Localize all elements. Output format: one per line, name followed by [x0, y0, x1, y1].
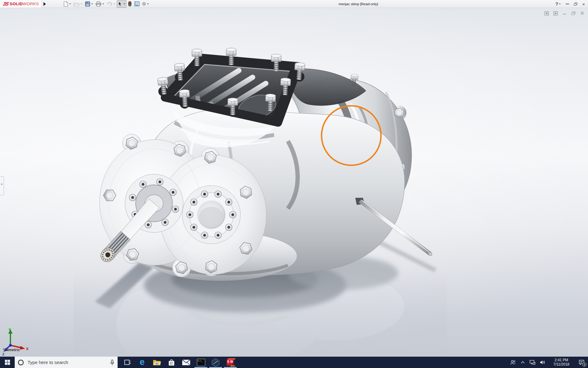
minimize-button[interactable] [566, 0, 569, 8]
help-icon: ? [556, 2, 558, 6]
notification-badge: 3 [582, 362, 586, 367]
document-minimize-button[interactable] [561, 10, 568, 16]
pane-collapse-right-button[interactable] [552, 10, 559, 16]
taskbar-search-box[interactable]: Type here to search [15, 357, 118, 368]
chevron-down-icon [113, 3, 115, 5]
restore-icon [571, 11, 576, 15]
close-icon [580, 11, 584, 15]
network-icon [530, 360, 535, 365]
pane-collapse-right-icon [553, 11, 558, 16]
document-close-button[interactable] [579, 10, 586, 16]
chevron-down-icon [147, 3, 149, 5]
volume-button[interactable] [537, 357, 548, 368]
network-button[interactable] [527, 357, 537, 368]
folder-icon [153, 359, 161, 366]
chevron-down-icon [81, 3, 82, 5]
open-icon [74, 1, 80, 7]
pane-collapse-left-icon [544, 11, 549, 16]
solidworks-year: 2017 [230, 365, 235, 367]
rebuild-button[interactable] [127, 0, 133, 8]
chevron-up-icon [521, 361, 525, 364]
print-button[interactable] [95, 0, 105, 8]
document-title: menjac sklop [Read-only] [325, 0, 392, 8]
restore-button[interactable] [574, 0, 577, 8]
output-bearing-boss [182, 186, 240, 244]
file-properties-icon [134, 1, 140, 6]
taskbar-3d-app-button[interactable] [208, 357, 223, 368]
dassault-logo-icon: 3S [2, 1, 9, 7]
top-gasket-opening [157, 48, 305, 123]
play-arrow-icon [43, 2, 46, 6]
y-axis-label: Y [9, 328, 11, 332]
minimize-icon [563, 11, 566, 15]
people-icon [510, 360, 516, 365]
solidworks-logo: 3S SOLIDWORKS [0, 0, 41, 8]
document-window-controls [543, 10, 586, 16]
print-icon [96, 1, 101, 7]
select-tool-button[interactable] [117, 0, 126, 8]
action-center-button[interactable]: 3 [575, 357, 588, 368]
task-view-button[interactable] [120, 357, 135, 368]
reflection-fade [74, 270, 447, 356]
help-button[interactable]: ? [556, 0, 561, 8]
taskbar-solidworks-button[interactable]: SW 2017 [223, 357, 238, 368]
chevron-down-icon [123, 3, 125, 5]
chevron-down-icon [91, 3, 93, 5]
app-titlebar: 3S SOLIDWORKS [0, 0, 588, 8]
select-cursor-icon [118, 1, 123, 7]
brand-text-light: WORKS [23, 2, 39, 6]
options-button[interactable]: ⚙ [141, 0, 150, 8]
chevron-down-icon [559, 3, 561, 5]
graphics-viewport[interactable]: Y X Z *Dimetric [0, 8, 588, 357]
taskbar-edge-button[interactable]: e [135, 357, 149, 368]
save-icon [85, 1, 90, 7]
open-button[interactable] [73, 0, 83, 8]
x-axis-arrow [20, 346, 25, 350]
taskbar-command-prompt-button[interactable]: C:\_ [194, 357, 208, 368]
solidworks-letters: SW [227, 360, 234, 363]
feature-panel-collapsed-tab[interactable] [0, 176, 4, 195]
toolbar-expand-arrow[interactable] [41, 0, 48, 8]
mail-envelope-icon [182, 359, 190, 366]
hexagon-icon [211, 358, 220, 367]
new-document-button[interactable] [62, 0, 72, 8]
save-button[interactable] [84, 0, 94, 8]
close-icon: × [582, 2, 585, 6]
pane-collapse-left-button[interactable] [543, 10, 550, 16]
taskbar-clock[interactable]: 2:41 PM 7/11/2018 [549, 358, 574, 366]
clock-time: 2:41 PM [549, 358, 574, 362]
clock-date: 7/11/2018 [549, 362, 574, 367]
chevron-down-icon [69, 3, 71, 5]
microphone-icon[interactable] [110, 359, 115, 366]
undo-button[interactable] [106, 0, 116, 8]
shaft-bore [105, 252, 110, 257]
view-orientation-label: *Dimetric [3, 348, 20, 352]
window-controls: ? × [556, 0, 585, 8]
start-button[interactable] [0, 357, 15, 368]
chevron-down-icon [102, 3, 104, 5]
new-document-icon [63, 1, 68, 7]
taskbar-mail-button[interactable] [179, 357, 194, 368]
people-button[interactable] [507, 357, 518, 368]
system-tray: 2:41 PM 7/11/2018 3 [507, 357, 588, 368]
document-restore-button[interactable] [570, 10, 577, 16]
close-button[interactable]: × [582, 0, 585, 8]
file-properties-button[interactable] [133, 0, 141, 8]
windows-logo-icon [5, 360, 10, 365]
search-placeholder-text: Type here to search [28, 360, 110, 365]
splitter-dot-icon [1, 183, 2, 185]
z-axis-label: Z [2, 353, 4, 356]
terminal-prompt-text: C:\_ [198, 360, 203, 362]
taskbar: Type here to search e [0, 357, 588, 368]
tray-overflow-button[interactable] [518, 357, 527, 368]
brand-text-bold: SOLID [10, 2, 23, 6]
taskbar-app-icons: e [120, 357, 238, 368]
solidworks-cube-icon: SW 2017 [226, 358, 235, 367]
taskbar-store-button[interactable] [164, 357, 179, 368]
x-axis-label: X [26, 347, 28, 351]
cortana-circle-icon [18, 359, 24, 366]
taskbar-file-explorer-button[interactable] [149, 357, 164, 368]
gearbox-model[interactable] [74, 31, 447, 356]
undo-icon [107, 2, 112, 6]
rebuild-traffic-light-icon [128, 1, 132, 7]
